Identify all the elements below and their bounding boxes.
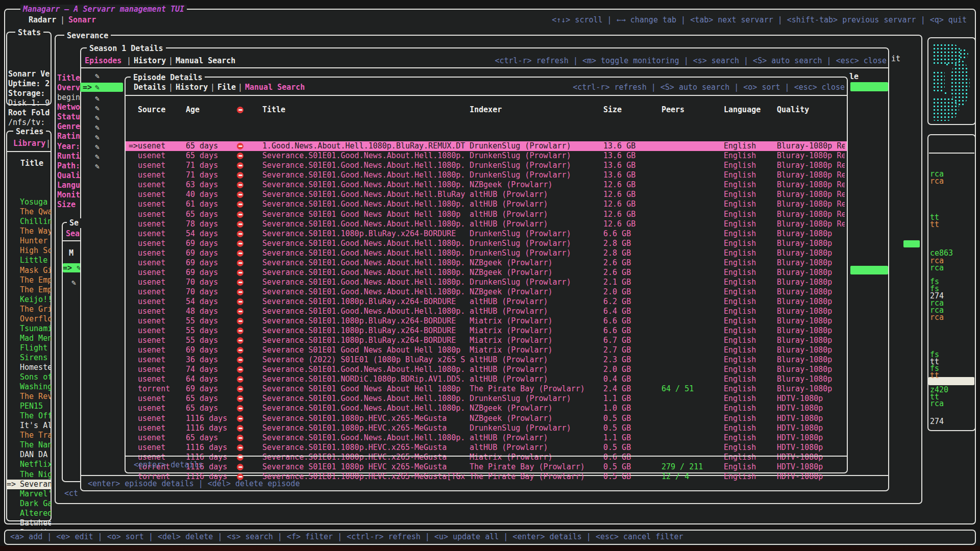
series-list-item[interactable]: Mad Men [7, 334, 51, 343]
series-list-item[interactable]: Flight [7, 343, 51, 353]
release-row[interactable]: usenet 1116 days Severance.S01E01.1080p.… [126, 423, 847, 433]
series-list-item[interactable]: Little [7, 256, 51, 265]
release-row[interactable]: usenet 71 days Severance.S01E01.Good.New… [126, 170, 847, 180]
episode-row[interactable]: ✎ [80, 113, 123, 122]
series-list-item[interactable]: Batwhee [7, 518, 51, 528]
release-row[interactable]: usenet 69 days Severance.S01E01.Good.New… [126, 258, 847, 268]
episode-row[interactable]: ✎ [80, 142, 123, 152]
release-row[interactable]: torrent 1116 days Severance.S01E01.1080p… [126, 472, 847, 482]
release-row[interactable]: usenet 54 days Severance.S01E01.1080p.Bl… [126, 297, 847, 307]
series-list-item[interactable]: The Off [7, 411, 51, 421]
tab-library[interactable]: Library [13, 139, 45, 148]
release-row[interactable]: torrent 69 days Severance S01E01 Good Ne… [126, 384, 847, 394]
series-list-item[interactable]: => Severan [7, 480, 51, 489]
series-list-item[interactable]: Overflo [7, 314, 51, 324]
managarr-screen: Managarr — A Servarr management TUI Rada… [0, 0, 980, 551]
series-list-item[interactable]: Sirens [7, 353, 51, 363]
episode-row[interactable]: => ✎ [80, 83, 123, 92]
release-row[interactable]: usenet 69 days Severance S01E01 Good New… [126, 345, 847, 355]
release-row[interactable]: usenet 55 days Severance.S01E01.1080p.Bl… [126, 326, 847, 336]
series-list-item[interactable]: Marvel' [7, 489, 51, 499]
tab-history[interactable]: History [176, 83, 208, 92]
release-indexer: DrunkenSlug (Prowlarr) [470, 161, 601, 170]
release-row[interactable]: usenet 61 days Severance.S01E01.Good.New… [126, 199, 847, 209]
rejected-icon [237, 433, 247, 443]
release-row[interactable]: usenet 1116 days Severance.S01E01.1080p.… [126, 453, 847, 462]
series-list-item[interactable]: The Rev [7, 392, 51, 402]
release-row[interactable]: usenet 63 days Severance.S01E01.Good.New… [126, 180, 847, 190]
series-list-item[interactable]: Washing [7, 382, 51, 392]
release-row[interactable]: usenet 71 days Severance.S01E01.Good.New… [126, 161, 847, 170]
series-list-item[interactable]: Hunter [7, 236, 51, 246]
series-list-item[interactable]: DAN DA [7, 450, 51, 460]
episode-row[interactable]: ✎ [80, 162, 123, 171]
release-quality: HDTV-1080p [777, 472, 845, 482]
release-row[interactable]: usenet 65 days Severance S01E01 Good New… [126, 210, 847, 219]
release-row[interactable]: usenet 78 days Severance.S01E01.Good.New… [126, 219, 847, 229]
release-row[interactable]: usenet 69 days Severance.S01E01.Good.New… [126, 239, 847, 248]
release-row[interactable]: usenet 1116 days Severance.S01E01.1080p.… [126, 414, 847, 423]
release-row[interactable]: usenet 48 days Severance.S01E01.Good.New… [126, 307, 847, 316]
series-list-item[interactable]: Keijo!! [7, 295, 51, 305]
episode-row[interactable]: ✎ [80, 104, 123, 113]
series-list-item[interactable]: Mask Gi [7, 266, 51, 276]
release-row[interactable]: usenet 65 days Severance.S01E01.Good.New… [126, 151, 847, 161]
release-row[interactable]: usenet 74 days Severance.S01E01.Good.New… [126, 365, 847, 374]
release-row[interactable]: usenet 69 days Severance.S01E01.Good.New… [126, 268, 847, 278]
release-quality: HDTV-1080p [777, 394, 845, 404]
release-row[interactable]: usenet 54 days Severance.S01E01.1080p.Bl… [126, 229, 847, 239]
series-list-item[interactable]: The Emp [7, 276, 51, 285]
series-list-item[interactable]: PEN15 [7, 402, 51, 411]
seasons-tab-fragment[interactable]: Sea [66, 229, 80, 239]
tab-radarr[interactable]: Radarr [29, 15, 56, 25]
series-list-item[interactable]: Homeste [7, 363, 51, 372]
release-row[interactable]: usenet 64 days Severance.S01E01.NORDiC.1… [126, 374, 847, 384]
series-list-item[interactable]: Yosuga [7, 197, 51, 207]
release-row[interactable]: usenet 55 days Severance.S01E01.1080p.Bl… [126, 316, 847, 326]
episode-row[interactable]: ✎ [80, 152, 123, 161]
rejected-icon [237, 219, 247, 229]
pencil-icon: ✎ [95, 104, 100, 113]
series-list-item[interactable]: The Qwa [7, 207, 51, 217]
release-quality: Bluray-1080p [777, 355, 845, 365]
release-quality: Bluray-1080p [777, 278, 845, 287]
series-list-item[interactable]: The Emp [7, 285, 51, 295]
series-list-item[interactable]: Sons of [7, 372, 51, 382]
release-row[interactable]: usenet 65 days Severance.S01E01.Good.New… [126, 394, 847, 404]
series-list-item[interactable]: It's Al [7, 421, 51, 431]
tab-details[interactable]: Details [134, 83, 166, 92]
tab-history[interactable]: History [134, 56, 166, 66]
release-row[interactable]: torrent 1116 days Severance S01E01 1080p… [126, 462, 847, 472]
release-row[interactable]: usenet 70 days Severance.S01E01.Good.New… [126, 287, 847, 297]
series-list-item[interactable]: Netflix [7, 460, 51, 469]
series-list-item[interactable]: The Nan [7, 440, 51, 450]
release-row[interactable]: usenet 65 days Severance.S01E01.Good.New… [126, 433, 847, 443]
series-list-item[interactable]: Altered [7, 509, 51, 518]
selected-episode-highlight-fragment [850, 82, 888, 91]
episode-row[interactable]: ✎ [80, 123, 123, 132]
release-row[interactable]: usenet 70 days Severance.S01E01.Good.New… [126, 278, 847, 287]
series-list-item[interactable]: Chillin [7, 217, 51, 227]
series-list-item[interactable]: Dark Ga [7, 499, 51, 509]
series-list-item[interactable]: Tsunami [7, 324, 51, 334]
tab-file[interactable]: File [217, 83, 236, 92]
release-row[interactable]: => usenet 65 days 1.Good.News.About.Hell… [126, 141, 847, 151]
series-list-item[interactable]: The Tra [7, 431, 51, 440]
release-indexer: altHUB (Prowlarr) [470, 443, 601, 453]
release-row[interactable]: usenet 55 days Severance.S01E01.1080p.Bl… [126, 336, 847, 345]
release-row[interactable]: usenet 36 days Severance (2022) S01E01 (… [126, 355, 847, 365]
series-list-item[interactable]: The Nig [7, 470, 51, 480]
tab-manual-search[interactable]: Manual Search [245, 83, 305, 92]
series-list-item[interactable]: The Way [7, 227, 51, 236]
release-row[interactable]: usenet 69 days Severance.S01E01.Good.New… [126, 248, 847, 258]
episode-row[interactable]: ✎ [80, 133, 123, 142]
release-row[interactable]: usenet 65 days Severance.S01E01.Good.New… [126, 404, 847, 413]
series-list-item[interactable]: High Sc [7, 246, 51, 256]
episode-row[interactable]: ✎ [80, 71, 123, 81]
tab-manual-search[interactable]: Manual Search [176, 56, 235, 66]
episode-row[interactable]: ✎ [80, 94, 123, 103]
release-row[interactable]: usenet 1116 days Severance.S01E01.1080p.… [126, 443, 847, 453]
release-row[interactable]: usenet 40 days Severance.S01E01.Good.New… [126, 190, 847, 199]
series-list-item[interactable]: The Gri [7, 305, 51, 314]
release-size: 13.6 GB [603, 170, 654, 180]
